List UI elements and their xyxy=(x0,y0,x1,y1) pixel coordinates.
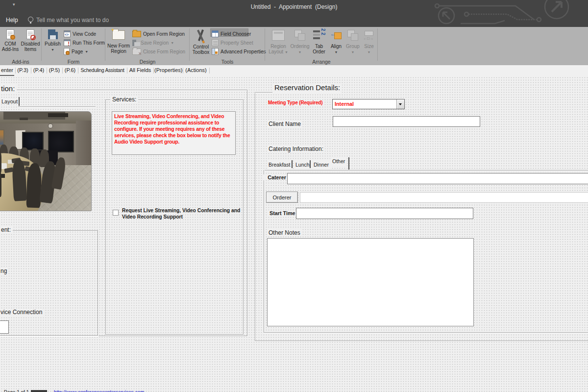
publish-icon xyxy=(48,29,58,39)
reservation-group-top-edge xyxy=(255,92,272,93)
group-icon xyxy=(347,30,358,41)
photo-clock xyxy=(48,123,53,128)
form-design-surface: tion: Layout xyxy=(0,76,588,392)
close-form-region-button[interactable]: Close Form Region xyxy=(132,48,185,55)
control-toolbox-icon xyxy=(195,29,207,41)
ribbon: COMAdd-Ins DisabledItems Add-ins Publish… xyxy=(0,27,588,65)
group-label-design: Design xyxy=(106,59,189,65)
disabled-items-button[interactable]: DisabledItems xyxy=(20,28,41,59)
catering-tab-dinner[interactable]: Dinner xyxy=(312,160,330,170)
property-sheet-button[interactable]: Property Sheet xyxy=(212,39,253,47)
ribbon-separator xyxy=(377,28,378,61)
catering-tab-lunch[interactable]: Lunch xyxy=(294,160,311,170)
ribbon-separator xyxy=(105,28,105,61)
catering-tab-other[interactable]: Other xyxy=(330,156,347,166)
catering-panel-bottom xyxy=(264,332,588,333)
caterer-input[interactable] xyxy=(287,173,588,184)
align-button[interactable]: Align▼ xyxy=(328,28,344,59)
view-code-button[interactable]: View Code xyxy=(64,30,96,38)
publish-button[interactable]: Publish▼ xyxy=(43,28,63,59)
catering-tab-divider xyxy=(292,160,293,168)
group-label-addins: Add-ins xyxy=(0,59,41,65)
client-name-label: Client Name xyxy=(267,121,302,127)
group-label-form: Form xyxy=(42,59,105,65)
catering-panel-top xyxy=(264,170,588,171)
dropdown-arrow-icon[interactable] xyxy=(396,99,404,109)
ordering-button[interactable]: Ordering▼ xyxy=(290,28,310,59)
align-icon xyxy=(330,30,342,41)
com-addins-icon xyxy=(6,29,14,39)
page-button[interactable]: Page ▼ xyxy=(64,48,88,55)
caterer-label: Caterer xyxy=(264,174,286,180)
group-label-arrange: Arrange xyxy=(266,59,377,65)
av-support-checkbox-label: Request Live Streaming, Video Conferenci… xyxy=(121,207,242,220)
dropdown-caret-icon: ▼ xyxy=(51,48,54,51)
ribbon-separator xyxy=(265,28,265,61)
page-tab-properties[interactable]: (Properties) xyxy=(154,65,182,76)
tell-me-box[interactable]: Tell me what you want to do xyxy=(36,17,109,24)
services-group-caption: Services: xyxy=(110,96,138,103)
page-tab-scheduling-assistant[interactable]: Scheduling Assistant xyxy=(79,65,126,76)
av-support-checkbox[interactable] xyxy=(113,210,119,216)
equipment-group-box xyxy=(0,230,98,336)
title-bar: ▾ Untitled - Appointment (Design) xyxy=(0,0,588,14)
field-chooser-button[interactable]: Field Chooser xyxy=(212,30,251,38)
page-tab-p3[interactable]: (P.3) xyxy=(16,65,29,76)
advanced-properties-button[interactable]: Advanced Properties xyxy=(212,48,266,55)
region-layout-button[interactable]: RegionLayout ▼ xyxy=(268,28,289,59)
client-name-input[interactable] xyxy=(333,116,480,127)
orderer-button[interactable]: Orderer xyxy=(266,192,298,203)
equipment-option-fragment: ng xyxy=(0,268,8,274)
property-sheet-icon xyxy=(212,39,219,46)
ribbon-separator xyxy=(41,28,42,61)
reservation-group-caption: Reservation Details: xyxy=(272,83,342,94)
photo-wall-art xyxy=(0,129,4,145)
catering-tab-divider xyxy=(310,160,311,168)
layout-panel-edge xyxy=(18,106,96,107)
layout-tab[interactable]: Layout xyxy=(0,98,19,104)
lightbulb-icon xyxy=(28,17,33,22)
conference-room-photo xyxy=(0,111,92,211)
advanced-properties-icon xyxy=(212,48,219,55)
page-tab-all-fields[interactable]: All Fields xyxy=(128,65,152,76)
equipment-group-caption: ent: xyxy=(0,226,13,233)
page-tab-enter[interactable]: enter xyxy=(0,65,14,76)
ribbon-separator xyxy=(189,28,190,61)
tab-order-button[interactable]: TabOrder xyxy=(311,28,327,59)
tab-order-icon xyxy=(313,30,325,41)
save-region-button[interactable]: Save Region ▼ xyxy=(132,39,174,47)
bottom-dark-box xyxy=(31,390,47,392)
device-connection-input[interactable] xyxy=(0,320,9,334)
bottom-fragment-text: Page 1 of 1 xyxy=(4,390,29,392)
group-button[interactable]: Group▼ xyxy=(345,28,361,59)
control-toolbox-button[interactable]: ControlToolbox xyxy=(191,28,211,59)
size-button[interactable]: Size▼ xyxy=(362,28,376,59)
start-time-input[interactable] xyxy=(296,208,473,219)
meeting-type-label: Meeting Type (Required) xyxy=(267,100,323,105)
bottom-link[interactable]: http://www.conferencecenterservices.com xyxy=(54,390,172,392)
photo-ceiling-vent xyxy=(48,113,68,117)
open-form-region-icon xyxy=(132,31,141,37)
page-tab-p6[interactable]: (P.6) xyxy=(63,65,77,76)
photo-ceiling-vent xyxy=(20,118,28,120)
page-tab-strip: enter (P.3) (P.4) (P.5) (P.6) Scheduling… xyxy=(0,65,588,76)
page-tab-actions[interactable]: (Actions) xyxy=(184,65,208,76)
orderer-input[interactable] xyxy=(300,192,588,203)
close-form-region-icon xyxy=(132,49,141,55)
catering-tab-breakfast[interactable]: Breakfast xyxy=(267,160,292,170)
page-tab-p5[interactable]: (P.5) xyxy=(48,65,61,76)
com-addins-button[interactable]: COMAdd-Ins xyxy=(1,28,20,59)
open-form-region-button[interactable]: Open Form Region xyxy=(132,30,185,38)
catering-panel-left xyxy=(264,170,264,332)
meeting-type-dropdown[interactable]: Internal xyxy=(332,99,405,109)
layout-tab-divider xyxy=(19,97,20,106)
tab-help[interactable]: Help xyxy=(6,17,18,24)
catering-tab-divider xyxy=(348,157,349,170)
page-tab-p4[interactable]: (P.4) xyxy=(32,65,46,76)
other-notes-textarea[interactable] xyxy=(267,238,474,326)
new-form-region-icon xyxy=(112,30,125,40)
bottom-link-clip: http://www.conferencecenterservices.com xyxy=(54,390,172,392)
run-this-form-button[interactable]: Run This Form xyxy=(64,39,105,47)
new-form-region-button[interactable]: New FormRegion xyxy=(106,28,131,59)
size-icon xyxy=(364,30,374,41)
